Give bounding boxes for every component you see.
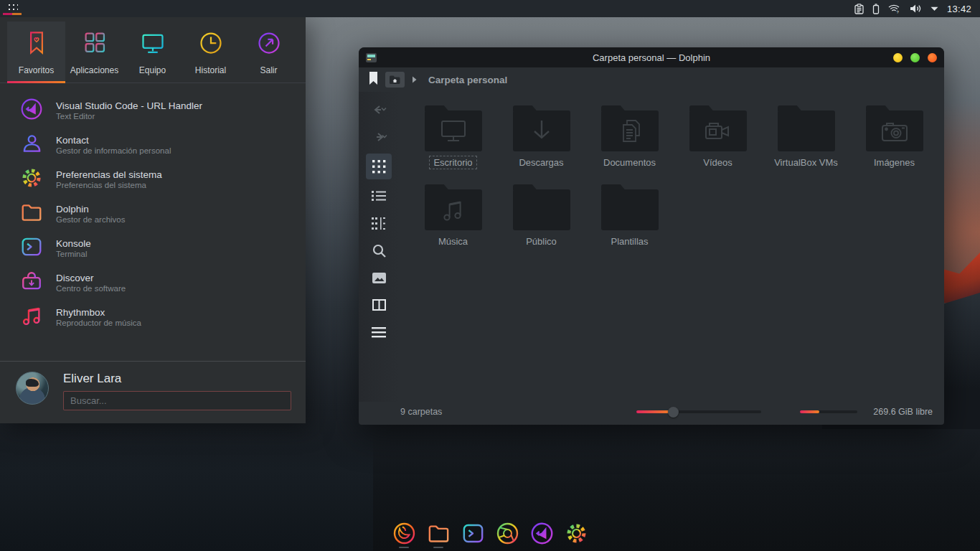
tab-aplicaciones[interactable]: Aplicaciones [65, 22, 123, 83]
application-menu: Favoritos Aplicaciones E [0, 17, 306, 423]
network-icon[interactable]: ? [888, 4, 901, 14]
folder-icon [425, 110, 482, 151]
avatar[interactable] [16, 372, 49, 405]
folder-label: Vídeos [699, 156, 735, 169]
icons-view-button[interactable] [366, 154, 392, 179]
tab-label: Salir [260, 65, 277, 75]
app-launcher-button[interactable] [0, 0, 24, 17]
folder-icon [425, 189, 482, 230]
app-item-settings[interactable]: Preferencias del sistema Preferencias de… [0, 162, 306, 197]
tab-label: Favoritos [19, 65, 54, 75]
app-item-vscode[interactable]: Visual Studio Code - URL Handler Text Ed… [0, 93, 306, 128]
tab-favoritos[interactable]: Favoritos [7, 22, 65, 83]
close-button[interactable] [928, 53, 937, 62]
breadcrumb[interactable]: Carpeta personal [428, 75, 507, 85]
svg-text:?: ? [896, 10, 899, 14]
folder-icon [601, 189, 659, 230]
folder-label: Plantillas [607, 235, 651, 248]
titlebar[interactable]: Carpeta personal — Dolphin [359, 47, 944, 67]
dock-firefox[interactable] [392, 522, 416, 548]
app-item-discover[interactable]: Discover Centro de software [0, 265, 306, 300]
zoom-slider-handle[interactable] [668, 407, 679, 418]
person-icon [20, 132, 43, 158]
app-subtitle: Centro de software [56, 284, 126, 293]
folder-publico[interactable]: Público [497, 181, 585, 260]
battery-icon[interactable] [872, 4, 880, 14]
app-item-rhythmbox[interactable]: Rhythmbox Reproductor de música [0, 300, 306, 334]
folder-plantillas[interactable]: Plantillas [585, 181, 674, 260]
folder-imagenes[interactable]: Imágenes [850, 102, 938, 181]
favorites-list: Visual Studio Code - URL Handler Text Ed… [0, 83, 306, 361]
desktop: ? 13:42 [0, 0, 980, 551]
menu-tabs: Favoritos Aplicaciones E [0, 17, 306, 83]
app-item-dolphin[interactable]: Dolphin Gestor de archivos [0, 197, 306, 231]
window-title: Carpeta personal — Dolphin [359, 52, 944, 63]
dock-vscode[interactable] [530, 522, 554, 548]
dolphin-sidebar [359, 92, 399, 402]
folder-label: VirtualBox VMs [771, 156, 842, 169]
split-view-icon[interactable] [366, 294, 392, 316]
app-title: Konsole [56, 238, 91, 249]
launcher-grid-icon [7, 3, 18, 12]
clipboard-icon[interactable] [854, 4, 864, 14]
dock-settings[interactable] [565, 522, 588, 548]
system-tray: ? 13:42 [854, 4, 980, 14]
folder-virtualbox[interactable]: VirtualBox VMs [762, 102, 850, 181]
folder-label: Música [435, 235, 471, 248]
disk-capacity-bar [800, 410, 857, 413]
folder-icon [689, 110, 747, 151]
folder-icon [513, 110, 570, 151]
dock-file-manager[interactable] [427, 522, 451, 548]
forward-button[interactable] [366, 126, 392, 148]
hamburger-menu-icon[interactable] [366, 321, 392, 343]
preview-icon[interactable] [366, 267, 392, 288]
dock-chrome[interactable] [496, 522, 519, 548]
breadcrumb-chevron-icon [412, 73, 417, 86]
search-icon[interactable] [366, 240, 392, 261]
dock [0, 522, 980, 548]
apps-grid-icon [83, 30, 107, 59]
app-item-konsole[interactable]: Konsole Terminal [0, 231, 306, 265]
tab-label: Aplicaciones [70, 65, 118, 75]
chevron-down-icon[interactable] [930, 6, 938, 11]
folder-count: 9 carpetas [400, 407, 442, 417]
minimize-button[interactable] [893, 53, 903, 62]
app-item-kontact[interactable]: Kontact Gestor de información personal [0, 128, 306, 162]
vscode-icon [20, 98, 43, 123]
tab-equipo[interactable]: Equipo [123, 22, 182, 83]
folder-descargas[interactable]: Descargas [497, 102, 585, 181]
folder-icon [513, 189, 570, 230]
history-clock-icon [199, 30, 223, 59]
folder-escritorio[interactable]: Escritorio [409, 102, 497, 181]
app-title: Discover [56, 273, 126, 283]
search-input[interactable] [63, 391, 291, 410]
bookmark-icon[interactable] [369, 72, 378, 88]
favorites-icon [24, 30, 49, 59]
zoom-slider[interactable] [636, 407, 761, 417]
folder-icon [778, 110, 835, 151]
app-title: Visual Studio Code - URL Handler [56, 100, 202, 111]
software-bag-icon [20, 270, 43, 296]
maximize-button[interactable] [910, 53, 920, 62]
top-panel: ? 13:42 [0, 0, 980, 17]
compact-view-button[interactable] [366, 212, 392, 234]
clock[interactable]: 13:42 [947, 4, 971, 14]
terminal-icon [20, 235, 43, 261]
tab-historial[interactable]: Historial [182, 22, 240, 83]
dock-konsole[interactable] [461, 522, 485, 548]
folder-label: Escritorio [430, 156, 476, 169]
folder-label: Descargas [515, 156, 567, 169]
folder-label: Documentos [600, 156, 659, 169]
volume-icon[interactable] [910, 4, 922, 14]
folder-videos[interactable]: Vídeos [674, 102, 762, 181]
list-view-button[interactable] [366, 185, 392, 207]
home-button[interactable] [385, 72, 405, 88]
folder-documentos[interactable]: Documentos [585, 102, 674, 181]
back-button[interactable] [366, 99, 392, 121]
tab-salir[interactable]: Salir [240, 22, 298, 83]
folder-musica[interactable]: Música [409, 181, 497, 260]
app-subtitle: Reproductor de música [56, 319, 141, 327]
app-title: Dolphin [56, 204, 126, 215]
window-app-icon [366, 53, 377, 62]
folder-icon [20, 201, 43, 227]
